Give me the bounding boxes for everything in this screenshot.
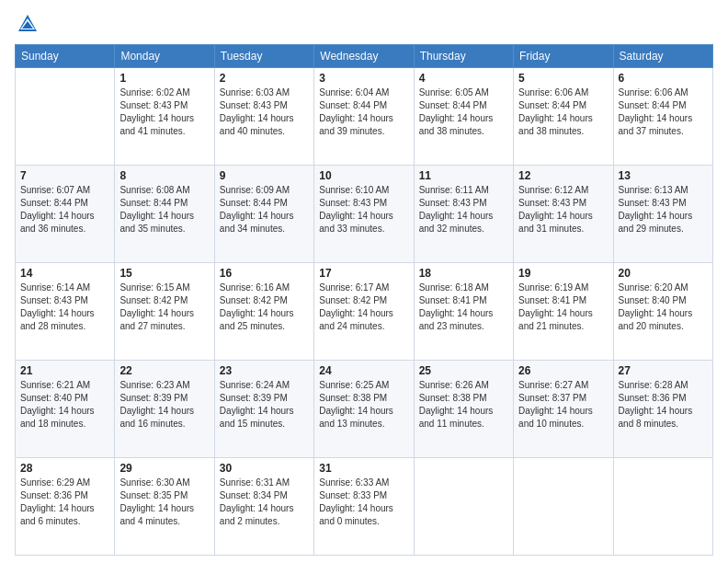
day-info: Sunrise: 6:14 AMSunset: 8:43 PMDaylight:… [20, 282, 109, 333]
day-header-wednesday: Wednesday [314, 45, 414, 68]
day-number: 15 [119, 267, 209, 280]
calendar-cell: 26Sunrise: 6:27 AMSunset: 8:37 PMDayligh… [514, 361, 613, 458]
day-header-thursday: Thursday [414, 45, 513, 68]
calendar-cell: 2Sunrise: 6:03 AMSunset: 8:43 PMDaylight… [214, 68, 313, 166]
calendar-cell: 18Sunrise: 6:18 AMSunset: 8:41 PMDayligh… [414, 263, 513, 361]
day-number: 13 [619, 169, 708, 182]
calendar-cell: 19Sunrise: 6:19 AMSunset: 8:41 PMDayligh… [514, 263, 613, 361]
calendar-cell [414, 458, 513, 556]
day-info: Sunrise: 6:13 AMSunset: 8:43 PMDaylight:… [619, 184, 708, 236]
day-number: 24 [319, 364, 408, 377]
day-info: Sunrise: 6:10 AMSunset: 8:43 PMDaylight:… [319, 184, 408, 236]
day-number: 21 [20, 364, 109, 377]
calendar-cell: 21Sunrise: 6:21 AMSunset: 8:40 PMDayligh… [16, 361, 115, 458]
day-header-monday: Monday [115, 45, 214, 68]
day-info: Sunrise: 6:31 AMSunset: 8:34 PMDaylight:… [220, 477, 309, 528]
calendar-cell: 1Sunrise: 6:02 AMSunset: 8:43 PMDaylight… [115, 68, 214, 166]
day-number: 6 [619, 72, 708, 85]
day-number: 4 [419, 72, 508, 85]
day-info: Sunrise: 6:18 AMSunset: 8:41 PMDaylight:… [419, 282, 508, 333]
day-info: Sunrise: 6:25 AMSunset: 8:38 PMDaylight:… [319, 379, 408, 431]
day-number: 20 [619, 267, 708, 280]
calendar-cell: 17Sunrise: 6:17 AMSunset: 8:42 PMDayligh… [314, 263, 414, 361]
calendar-cell: 11Sunrise: 6:11 AMSunset: 8:43 PMDayligh… [414, 166, 513, 263]
calendar-cell: 12Sunrise: 6:12 AMSunset: 8:43 PMDayligh… [514, 166, 613, 263]
day-info: Sunrise: 6:26 AMSunset: 8:38 PMDaylight:… [419, 379, 508, 431]
calendar-cell [16, 68, 115, 166]
day-info: Sunrise: 6:05 AMSunset: 8:44 PMDaylight:… [419, 86, 508, 138]
day-number: 22 [119, 364, 209, 377]
calendar-cell: 13Sunrise: 6:13 AMSunset: 8:43 PMDayligh… [613, 166, 712, 263]
day-number: 27 [619, 364, 708, 377]
day-number: 29 [119, 462, 209, 475]
week-row-4: 21Sunrise: 6:21 AMSunset: 8:40 PMDayligh… [16, 361, 713, 458]
day-info: Sunrise: 6:11 AMSunset: 8:43 PMDaylight:… [419, 184, 508, 236]
calendar-table: SundayMondayTuesdayWednesdayThursdayFrid… [15, 44, 713, 556]
day-number: 12 [518, 169, 608, 182]
day-number: 2 [220, 72, 309, 85]
day-number: 16 [220, 267, 309, 280]
day-number: 25 [419, 364, 508, 377]
day-number: 26 [518, 364, 608, 377]
calendar-cell: 23Sunrise: 6:24 AMSunset: 8:39 PMDayligh… [214, 361, 313, 458]
calendar-cell: 6Sunrise: 6:06 AMSunset: 8:44 PMDaylight… [613, 68, 712, 166]
day-number: 9 [220, 169, 309, 182]
day-number: 28 [20, 462, 109, 475]
day-info: Sunrise: 6:33 AMSunset: 8:33 PMDaylight:… [319, 477, 408, 528]
day-number: 7 [20, 169, 109, 182]
calendar-cell: 7Sunrise: 6:07 AMSunset: 8:44 PMDaylight… [16, 166, 115, 263]
page-header [15, 11, 713, 37]
day-info: Sunrise: 6:23 AMSunset: 8:39 PMDaylight:… [119, 379, 209, 431]
logo [15, 11, 44, 37]
day-number: 17 [319, 267, 408, 280]
day-info: Sunrise: 6:21 AMSunset: 8:40 PMDaylight:… [20, 379, 109, 431]
day-info: Sunrise: 6:06 AMSunset: 8:44 PMDaylight:… [518, 86, 608, 138]
calendar-cell: 4Sunrise: 6:05 AMSunset: 8:44 PMDaylight… [414, 68, 513, 166]
day-number: 10 [319, 169, 408, 182]
day-number: 31 [319, 462, 408, 475]
calendar-cell: 29Sunrise: 6:30 AMSunset: 8:35 PMDayligh… [115, 458, 214, 556]
day-info: Sunrise: 6:16 AMSunset: 8:42 PMDaylight:… [220, 282, 309, 333]
day-number: 30 [220, 462, 309, 475]
calendar-cell: 10Sunrise: 6:10 AMSunset: 8:43 PMDayligh… [314, 166, 414, 263]
day-number: 3 [319, 72, 408, 85]
day-info: Sunrise: 6:08 AMSunset: 8:44 PMDaylight:… [119, 184, 209, 236]
day-info: Sunrise: 6:06 AMSunset: 8:44 PMDaylight:… [619, 86, 708, 138]
calendar-cell [613, 458, 712, 556]
day-info: Sunrise: 6:09 AMSunset: 8:44 PMDaylight:… [220, 184, 309, 236]
calendar-cell: 16Sunrise: 6:16 AMSunset: 8:42 PMDayligh… [214, 263, 313, 361]
day-number: 11 [419, 169, 508, 182]
day-info: Sunrise: 6:29 AMSunset: 8:36 PMDaylight:… [20, 477, 109, 528]
day-number: 1 [119, 72, 209, 85]
calendar-cell: 15Sunrise: 6:15 AMSunset: 8:42 PMDayligh… [115, 263, 214, 361]
day-info: Sunrise: 6:15 AMSunset: 8:42 PMDaylight:… [119, 282, 209, 333]
day-header-friday: Friday [514, 45, 613, 68]
calendar-cell: 22Sunrise: 6:23 AMSunset: 8:39 PMDayligh… [115, 361, 214, 458]
day-number: 8 [119, 169, 209, 182]
day-info: Sunrise: 6:24 AMSunset: 8:39 PMDaylight:… [220, 379, 309, 431]
day-info: Sunrise: 6:12 AMSunset: 8:43 PMDaylight:… [518, 184, 608, 236]
day-header-tuesday: Tuesday [214, 45, 313, 68]
calendar-cell: 5Sunrise: 6:06 AMSunset: 8:44 PMDaylight… [514, 68, 613, 166]
week-row-5: 28Sunrise: 6:29 AMSunset: 8:36 PMDayligh… [16, 458, 713, 556]
day-info: Sunrise: 6:28 AMSunset: 8:36 PMDaylight:… [619, 379, 708, 431]
day-info: Sunrise: 6:27 AMSunset: 8:37 PMDaylight:… [518, 379, 608, 431]
day-info: Sunrise: 6:30 AMSunset: 8:35 PMDaylight:… [119, 477, 209, 528]
calendar-cell [514, 458, 613, 556]
day-number: 5 [518, 72, 608, 85]
day-info: Sunrise: 6:03 AMSunset: 8:43 PMDaylight:… [220, 86, 309, 138]
day-info: Sunrise: 6:20 AMSunset: 8:40 PMDaylight:… [619, 282, 708, 333]
day-header-saturday: Saturday [613, 45, 712, 68]
calendar-cell: 24Sunrise: 6:25 AMSunset: 8:38 PMDayligh… [314, 361, 414, 458]
calendar-cell: 25Sunrise: 6:26 AMSunset: 8:38 PMDayligh… [414, 361, 513, 458]
calendar-cell: 9Sunrise: 6:09 AMSunset: 8:44 PMDaylight… [214, 166, 313, 263]
calendar-cell: 27Sunrise: 6:28 AMSunset: 8:36 PMDayligh… [613, 361, 712, 458]
calendar-cell: 8Sunrise: 6:08 AMSunset: 8:44 PMDaylight… [115, 166, 214, 263]
logo-icon [15, 11, 40, 37]
calendar-cell: 3Sunrise: 6:04 AMSunset: 8:44 PMDaylight… [314, 68, 414, 166]
week-row-1: 1Sunrise: 6:02 AMSunset: 8:43 PMDaylight… [16, 68, 713, 166]
day-number: 18 [419, 267, 508, 280]
day-info: Sunrise: 6:07 AMSunset: 8:44 PMDaylight:… [20, 184, 109, 236]
day-info: Sunrise: 6:02 AMSunset: 8:43 PMDaylight:… [119, 86, 209, 138]
day-number: 23 [220, 364, 309, 377]
